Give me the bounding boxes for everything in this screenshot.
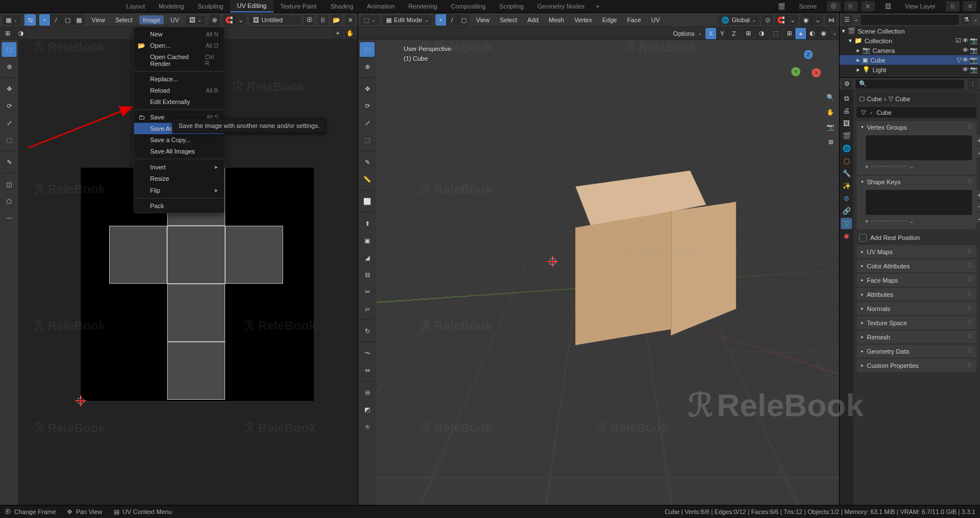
outliner-light-row[interactable]: ▸💡Light👁📷	[840, 65, 980, 74]
editor-type-selector[interactable]: ▦⌄	[2, 15, 21, 25]
overlay-toggle[interactable]: ◑	[757, 28, 767, 39]
panel-custom-props[interactable]: ▸Custom Properties⠿	[857, 359, 977, 372]
tab-viewlayer[interactable]: 🖼	[841, 118, 852, 129]
mirror-z[interactable]: Z	[728, 28, 740, 39]
menu-edit[interactable]: Edit	[38, 1, 59, 12]
delete-scene-icon[interactable]: ✕	[861, 1, 875, 11]
snap-3d[interactable]: 🧲	[775, 14, 787, 26]
camera-view-button[interactable]: 📷	[824, 121, 837, 133]
menu-render[interactable]: Render	[60, 1, 90, 12]
3d-tool-move[interactable]: ✥	[360, 81, 375, 96]
tab-uv-editing[interactable]: UV Editing	[230, 0, 273, 13]
vertex-group-list[interactable]	[866, 135, 972, 160]
image-menu-reload[interactable]: ReloadAlt R	[134, 85, 224, 96]
outliner-collection-row[interactable]: ▾📁Collection☑👁📷	[840, 36, 980, 45]
3d-menu-select[interactable]: Select	[496, 15, 521, 24]
pivot-button[interactable]: ⊕	[209, 14, 220, 26]
image-name-field[interactable]: 🖼 Untitled	[250, 15, 301, 24]
3d-tool-bevel[interactable]: ◢	[360, 250, 375, 265]
uv-image-browse[interactable]: 🖼⌄	[186, 15, 205, 24]
tab-render[interactable]: ⧉	[841, 93, 852, 104]
3d-tool-rip[interactable]: ⎋	[360, 419, 375, 434]
uv-menu-uv[interactable]: UV	[167, 15, 182, 24]
outliner-camera-row[interactable]: ▸📷Camera👁📷	[840, 45, 980, 55]
tool-cursor[interactable]: ⊕	[2, 59, 16, 74]
image-menu-save-a-copy-[interactable]: Save a Copy...	[134, 134, 224, 146]
uv-pan-button[interactable]: ✋	[345, 28, 355, 39]
snap-button[interactable]: 🧲	[223, 14, 235, 26]
image-menu-edit-externally[interactable]: Edit Externally	[134, 96, 224, 107]
3d-tool-smooth[interactable]: 〜	[360, 346, 375, 360]
3d-viewport[interactable]: User Perspective (1) Cube X Y Z 🔍 ✋ 📷 ⊞	[376, 40, 839, 505]
tool-pinch[interactable]: 〰	[2, 211, 16, 226]
3d-tool-knife[interactable]: ✂	[360, 284, 375, 299]
tab-scripting[interactable]: Scripting	[492, 1, 530, 12]
proportional-type[interactable]: ⌄	[812, 14, 823, 26]
mirror-x[interactable]: X	[705, 28, 717, 39]
scene-selector[interactable]: 🎬Scene	[771, 3, 824, 10]
props-type[interactable]: ⚙	[842, 79, 852, 89]
add-shapekey-button[interactable]: +	[974, 190, 980, 200]
uv-menu-image[interactable]: Image	[139, 15, 164, 24]
image-users-icon[interactable]: ⦿	[304, 15, 314, 25]
shading-rendered[interactable]: ◉	[818, 28, 829, 39]
3d-menu-face[interactable]: Face	[624, 15, 644, 24]
shading-solid[interactable]: ●	[795, 28, 807, 39]
viewlayer-selector[interactable]: 🖼View Layer	[878, 3, 942, 10]
tab-physics[interactable]: ⊚	[841, 193, 852, 204]
image-menu-pack[interactable]: Pack	[134, 200, 224, 212]
image-menu-invert[interactable]: Invert▸	[134, 161, 224, 173]
shading-wire[interactable]: ⊞	[784, 28, 795, 39]
persp-ortho-button[interactable]: ⊞	[824, 135, 837, 148]
tab-layout[interactable]: Layout	[119, 1, 152, 12]
tool-select[interactable]: ⬚	[2, 42, 16, 57]
panel-normals[interactable]: ▸Normals⠿	[857, 302, 977, 315]
orientation-selector[interactable]: 🌐Global⌄	[718, 15, 759, 25]
add-vgroup-button[interactable]: +	[974, 135, 980, 146]
tool-grab[interactable]: ⬠	[2, 194, 16, 209]
props-options[interactable]: ⋮	[967, 79, 978, 89]
xray-toggle[interactable]: ⬚	[770, 28, 780, 39]
panel-uv-maps[interactable]: ▸UV Maps⠿	[857, 245, 977, 258]
tab-material[interactable]: ◉	[841, 230, 852, 242]
panel-remesh[interactable]: ▸Remesh⠿	[857, 330, 977, 343]
add-workspace-button[interactable]: +	[591, 1, 604, 12]
3d-tool-inset[interactable]: ▣	[360, 233, 375, 248]
3d-tool-sheartool[interactable]: ◩	[360, 402, 375, 417]
snap-type[interactable]: ⌄	[235, 14, 246, 26]
uv-face-mode[interactable]: ▢	[62, 14, 73, 26]
shading-matpreview[interactable]: ◐	[807, 28, 818, 39]
gizmo-y-icon[interactable]: Y	[791, 67, 800, 76]
3d-tool-measure[interactable]: 📏	[360, 172, 375, 187]
tool-transform[interactable]: ⬚	[2, 132, 16, 147]
3d-tool-shrink[interactable]: ⊖	[360, 385, 375, 400]
3d-menu-edge[interactable]: Edge	[599, 15, 620, 24]
panel-texture-space[interactable]: ▸Texture Space⠿	[857, 316, 977, 329]
tab-object[interactable]: ▢	[841, 155, 852, 167]
tab-modifiers[interactable]: 🔧	[841, 168, 852, 179]
shapekey-specials[interactable]: ⌄	[974, 213, 980, 223]
mirror-y[interactable]: Y	[717, 28, 728, 39]
gizmo-x-icon[interactable]: X	[812, 68, 821, 77]
outliner-cube-row[interactable]: ▸▣Cube▽👁📷	[840, 55, 980, 65]
select-face[interactable]: ▢	[458, 14, 470, 26]
uv-overlays-button[interactable]: ⊞	[2, 28, 13, 39]
panel-face-maps[interactable]: ▸Face Maps⠿	[857, 273, 977, 287]
open-image-button[interactable]: 📂	[331, 15, 342, 25]
mesh-name-field[interactable]: ▽⌄Cube	[857, 107, 977, 118]
pin-scene-icon[interactable]: ⦿	[827, 1, 841, 11]
gizmo-z-icon[interactable]: Z	[804, 50, 813, 59]
uv-menu-view[interactable]: View	[88, 15, 109, 24]
zoom-button[interactable]: 🔍	[824, 91, 837, 103]
vgroup-specials[interactable]: ⌄	[974, 147, 980, 157]
3d-tool-addcube[interactable]: ⬜	[360, 194, 375, 209]
tab-compositing[interactable]: Compositing	[444, 1, 492, 12]
image-menu-replace-[interactable]: Replace...	[134, 73, 224, 85]
panel-geometry-data[interactable]: ▸Geometry Data⠿	[857, 345, 977, 358]
tool-rip[interactable]: ◫	[2, 177, 16, 192]
panel-attributes[interactable]: ▸Attributes⠿	[857, 288, 977, 301]
tab-world[interactable]: 🌐	[841, 143, 852, 154]
gizmo-toggle[interactable]: ⊞	[743, 28, 753, 39]
tab-output[interactable]: 🖨	[841, 105, 852, 117]
3d-menu-add[interactable]: Add	[524, 15, 542, 24]
